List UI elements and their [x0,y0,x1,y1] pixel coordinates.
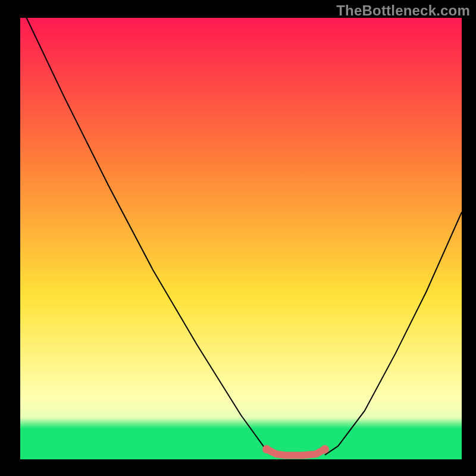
gradient-background [20,18,462,459]
tolerance-endcap [262,445,271,453]
chart-stage: TheBottleneck.com [0,0,476,476]
watermark-text: TheBottleneck.com [336,2,470,19]
tolerance-endcap [321,445,329,453]
chart-svg [0,0,476,476]
